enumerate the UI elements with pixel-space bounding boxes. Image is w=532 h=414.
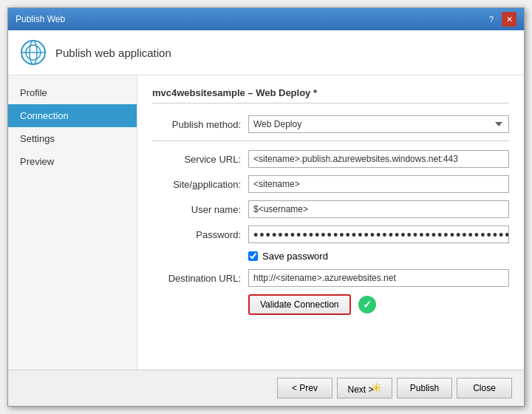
destination-url-label: Destination URL:	[152, 273, 248, 284]
section-title: mvc4websitesample – Web Deploy *	[152, 87, 509, 104]
sidebar-item-profile[interactable]: Profile	[8, 81, 137, 104]
app-icon	[20, 39, 47, 66]
divider	[152, 140, 509, 141]
service-url-input[interactable]	[248, 150, 509, 168]
publish-method-select[interactable]: Web Deploy	[248, 115, 509, 133]
site-app-row: Site/application:	[152, 175, 509, 193]
help-button[interactable]: ?	[484, 12, 499, 27]
publish-method-label: Publish method:	[152, 119, 248, 130]
password-input[interactable]: ••••••••••••••••••••••••••••••••••••••••…	[248, 225, 509, 243]
service-url-row: Service URL:	[152, 150, 509, 168]
validate-success-icon: ✓	[358, 296, 376, 313]
username-label: User name:	[152, 204, 248, 215]
save-password-checkbox[interactable]	[248, 251, 258, 261]
sidebar-item-connection[interactable]: Connection	[8, 104, 137, 127]
site-app-input[interactable]	[248, 175, 509, 193]
close-button[interactable]: Close	[457, 378, 512, 398]
sidebar: Profile Connection Settings Preview	[8, 75, 137, 370]
publish-button[interactable]: Publish	[397, 378, 452, 398]
save-password-row: Save password	[152, 251, 509, 262]
starburst-icon: ✳	[371, 381, 382, 396]
content-area: Profile Connection Settings Preview mvc4…	[8, 75, 524, 370]
validate-connection-row: Validate Connection ✓	[152, 294, 509, 315]
prev-button[interactable]: < Prev	[277, 378, 332, 398]
password-label: Password:	[152, 229, 248, 240]
title-bar-controls: ? ✕	[484, 12, 516, 27]
password-row: Password: ••••••••••••••••••••••••••••••…	[152, 225, 509, 243]
footer: < Prev Next >✳ Publish Close	[8, 370, 524, 406]
username-row: User name:	[152, 200, 509, 218]
check-circle-icon: ✓	[358, 296, 376, 313]
dialog-window: Publish Web ? ✕ Publish web application …	[7, 7, 525, 407]
service-url-label: Service URL:	[152, 154, 248, 165]
save-password-label: Save password	[262, 251, 328, 262]
next-button[interactable]: Next >✳	[337, 378, 392, 398]
header-bar: Publish web application	[8, 30, 524, 75]
validate-connection-button[interactable]: Validate Connection	[248, 294, 351, 315]
main-content: mvc4websitesample – Web Deploy * Publish…	[137, 75, 524, 370]
destination-url-row: Destination URL:	[152, 269, 509, 287]
title-bar: Publish Web ? ✕	[8, 8, 524, 30]
site-app-label: Site/application:	[152, 179, 248, 190]
sidebar-item-settings[interactable]: Settings	[8, 127, 137, 150]
window-title: Publish Web	[16, 14, 65, 24]
header-title: Publish web application	[55, 47, 171, 59]
username-input[interactable]	[248, 200, 509, 218]
destination-url-input[interactable]	[248, 269, 509, 287]
close-button[interactable]: ✕	[502, 12, 516, 27]
publish-method-row: Publish method: Web Deploy	[152, 115, 509, 133]
sidebar-item-preview[interactable]: Preview	[8, 150, 137, 173]
